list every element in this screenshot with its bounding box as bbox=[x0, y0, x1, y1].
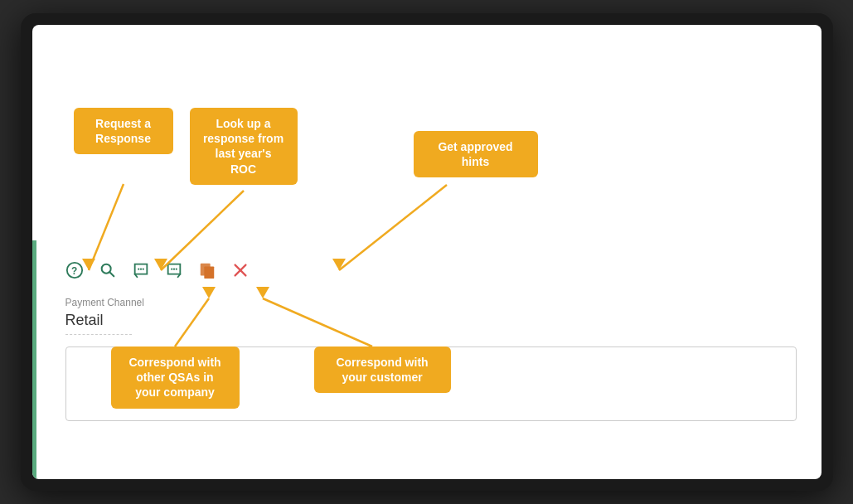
svg-line-0 bbox=[89, 184, 124, 270]
toolbar: ? bbox=[65, 261, 250, 279]
svg-point-18 bbox=[172, 269, 174, 270]
payment-channel-label: Payment Channel bbox=[65, 297, 797, 308]
svg-marker-5 bbox=[332, 259, 346, 270]
callout-lookup: Look up a response from last year's ROC bbox=[190, 108, 298, 185]
svg-point-15 bbox=[139, 269, 141, 270]
search-icon-button[interactable] bbox=[99, 261, 117, 279]
callout-correspond-other: Correspond with other QSAs in your compa… bbox=[111, 346, 240, 409]
svg-point-19 bbox=[175, 269, 177, 270]
svg-point-16 bbox=[142, 269, 143, 270]
callout-correspond-customer: Correspond with your customer bbox=[314, 346, 451, 393]
chat-qsa-icon-button[interactable] bbox=[132, 261, 150, 279]
svg-point-17 bbox=[171, 269, 172, 270]
screen: Request a Response Look up a response fr… bbox=[32, 25, 821, 479]
svg-line-2 bbox=[161, 191, 244, 270]
svg-text:?: ? bbox=[70, 265, 76, 277]
hints-icon-button[interactable] bbox=[198, 261, 216, 279]
device-frame: Request a Response Look up a response fr… bbox=[21, 13, 833, 491]
callout-hints: Get approved hints bbox=[414, 131, 538, 177]
svg-point-14 bbox=[138, 269, 139, 270]
payment-channel-value: Retail bbox=[65, 312, 132, 335]
chat-customer-icon-button[interactable] bbox=[165, 261, 183, 279]
callout-request: Request a Response bbox=[74, 108, 173, 154]
svg-line-13 bbox=[109, 272, 114, 276]
help-icon-button[interactable]: ? bbox=[65, 261, 84, 279]
close-icon-button[interactable] bbox=[231, 261, 250, 279]
svg-line-4 bbox=[339, 185, 447, 270]
content-area: Request a Response Look up a response fr… bbox=[32, 25, 821, 479]
svg-rect-21 bbox=[204, 266, 214, 279]
